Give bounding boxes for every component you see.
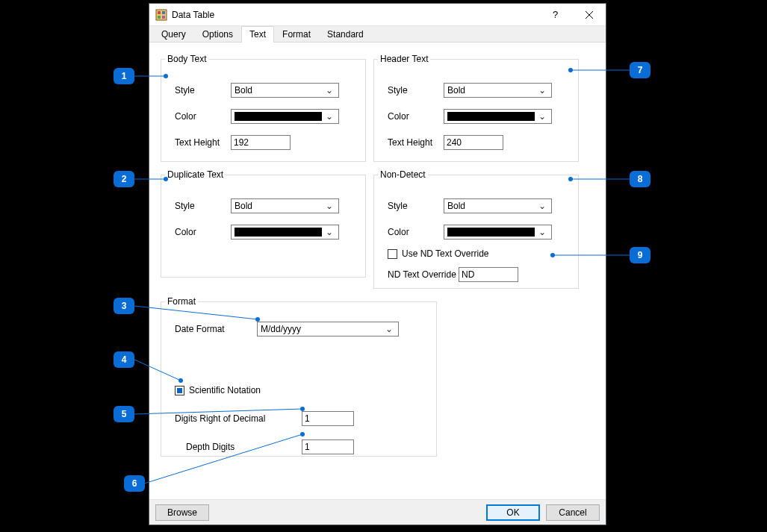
group-duplicate-text: Duplicate Text Style Bold ⌄ Color ⌄ (161, 169, 366, 278)
digits-decimal-input[interactable]: 1 (302, 411, 354, 426)
group-duplicate-text-legend: Duplicate Text (165, 169, 226, 180)
nd-override-label: ND Text Override (388, 269, 459, 280)
nd-use-override-checkbox[interactable]: Use ND Text Override (388, 248, 488, 259)
body-height-input[interactable]: 192 (231, 135, 291, 150)
app-icon (155, 9, 167, 21)
nd-style-label: Style (388, 201, 444, 211)
chevron-down-icon: ⌄ (383, 324, 395, 334)
group-header-text-legend: Header Text (378, 54, 430, 64)
group-header-text: Header Text Style Bold ⌄ Color ⌄ Text He… (373, 54, 579, 162)
cancel-button[interactable]: Cancel (546, 504, 600, 521)
ok-button[interactable]: OK (486, 504, 540, 521)
dup-style-label: Style (175, 201, 231, 211)
date-format-value: M/dd/yyyy (261, 324, 383, 334)
nd-color-combo[interactable]: ⌄ (444, 225, 552, 240)
group-non-detect-legend: Non-Detect (378, 169, 428, 180)
group-body-text: Body Text Style Bold ⌄ Color ⌄ Text Heig… (161, 54, 366, 162)
svg-rect-1 (158, 11, 161, 14)
body-style-label: Style (175, 85, 231, 96)
date-format-label: Date Format (175, 324, 257, 334)
callout-2: 2 (114, 171, 134, 187)
header-style-label: Style (388, 85, 444, 96)
digits-decimal-label: Digits Right of Decimal (175, 413, 302, 424)
checkbox-checked-icon (175, 386, 184, 395)
date-format-combo[interactable]: M/dd/yyyy ⌄ (257, 322, 399, 337)
callout-7: 7 (630, 62, 650, 78)
header-color-swatch (447, 112, 535, 121)
body-height-label: Text Height (175, 137, 231, 148)
dup-color-label: Color (175, 227, 231, 237)
titlebar: Data Table ? (149, 4, 606, 26)
tab-strip: Query Options Text Format Standard (149, 26, 606, 43)
scientific-notation-checkbox[interactable]: Scientific Notation (175, 385, 261, 395)
tab-format[interactable]: Format (274, 26, 319, 42)
body-style-combo[interactable]: Bold ⌄ (231, 83, 339, 98)
callout-3: 3 (114, 298, 134, 314)
body-style-value: Bold (235, 85, 323, 96)
callout-9: 9 (630, 247, 650, 263)
browse-button[interactable]: Browse (155, 504, 209, 521)
chevron-down-icon: ⌄ (536, 227, 548, 237)
window-title: Data Table (172, 10, 538, 20)
dialog-window: Data Table ? Query Options Text Format S… (149, 3, 606, 525)
body-color-label: Color (175, 111, 231, 122)
close-button[interactable] (572, 4, 606, 25)
header-height-label: Text Height (388, 137, 444, 148)
group-non-detect: Non-Detect Style Bold ⌄ Color ⌄ Use ND T… (373, 169, 579, 289)
help-button[interactable]: ? (538, 4, 572, 25)
dup-color-combo[interactable]: ⌄ (231, 225, 339, 240)
callout-4: 4 (114, 351, 134, 368)
header-height-input[interactable]: 240 (444, 135, 503, 150)
body-color-combo[interactable]: ⌄ (231, 109, 339, 124)
tab-content: Body Text Style Bold ⌄ Color ⌄ Text Heig… (149, 43, 606, 499)
svg-rect-4 (162, 16, 165, 19)
callout-8: 8 (630, 171, 650, 187)
depth-digits-input[interactable]: 1 (302, 439, 354, 454)
callout-5: 5 (114, 406, 134, 422)
scientific-notation-label: Scientific Notation (189, 385, 261, 395)
group-body-text-legend: Body Text (165, 54, 208, 64)
nd-color-label: Color (388, 227, 444, 237)
chevron-down-icon: ⌄ (323, 85, 335, 96)
nd-override-input[interactable]: ND (459, 267, 518, 282)
checkbox-icon (388, 249, 397, 259)
dup-style-value: Bold (235, 201, 323, 211)
header-style-combo[interactable]: Bold ⌄ (444, 83, 552, 98)
group-format: Format Date Format M/dd/yyyy ⌄ Scientifi… (161, 296, 437, 457)
footer: Browse OK Cancel (149, 499, 606, 525)
chevron-down-icon: ⌄ (536, 201, 548, 211)
header-color-combo[interactable]: ⌄ (444, 109, 552, 124)
group-format-legend: Format (165, 296, 198, 307)
tab-query[interactable]: Query (153, 26, 194, 42)
nd-style-value: Bold (447, 201, 536, 211)
dup-color-swatch (235, 228, 322, 237)
nd-style-combo[interactable]: Bold ⌄ (444, 198, 552, 213)
tab-options[interactable]: Options (194, 26, 241, 42)
header-color-label: Color (388, 111, 444, 122)
tab-text[interactable]: Text (241, 26, 274, 43)
header-style-value: Bold (447, 85, 536, 96)
svg-rect-3 (158, 16, 161, 19)
callout-1: 1 (114, 68, 134, 84)
body-color-swatch (235, 112, 322, 121)
svg-rect-2 (162, 11, 165, 14)
nd-color-swatch (447, 228, 535, 237)
chevron-down-icon: ⌄ (323, 227, 335, 237)
depth-digits-label: Depth Digits (186, 442, 302, 452)
chevron-down-icon: ⌄ (323, 201, 335, 211)
chevron-down-icon: ⌄ (323, 111, 335, 122)
callout-6: 6 (124, 475, 145, 492)
nd-use-override-label: Use ND Text Override (402, 248, 488, 259)
dup-style-combo[interactable]: Bold ⌄ (231, 198, 339, 213)
chevron-down-icon: ⌄ (536, 111, 548, 122)
tab-standard[interactable]: Standard (319, 26, 372, 42)
chevron-down-icon: ⌄ (536, 85, 548, 96)
